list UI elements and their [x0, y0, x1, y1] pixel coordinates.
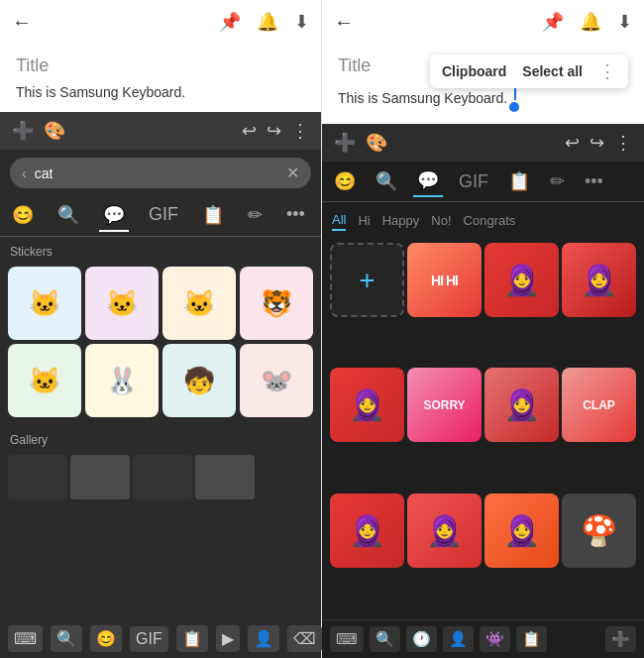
search-icon-left: ‹ [22, 165, 27, 181]
clear-search-icon[interactable]: ✕ [286, 164, 299, 182]
palette-icon-left[interactable]: 🎨 [44, 120, 65, 142]
bitmoji-r3-1[interactable]: 🧕 [330, 494, 404, 568]
undo-icon-left[interactable]: ↩ [242, 120, 257, 142]
redo-icon-right[interactable]: ↪ [590, 132, 604, 154]
add-icon-left[interactable]: ➕ [12, 120, 34, 142]
tab-gif-left[interactable]: GIF [145, 200, 182, 232]
gallery-thumb-1[interactable] [8, 455, 67, 499]
right-kb-tabs: 😊 🔍 💬 GIF 📋 ✏ ••• [322, 162, 644, 202]
left-kb-search[interactable]: ‹ ✕ [10, 158, 311, 188]
rtab-clipboard[interactable]: 📋 [504, 166, 534, 196]
rtab-emoji[interactable]: 😊 [330, 166, 360, 196]
bitmoji-clap[interactable]: CLAP [562, 368, 636, 442]
bottom-key-clip[interactable]: 📋 [176, 625, 208, 652]
more-icon-right[interactable]: ⋮ [614, 132, 632, 154]
filter-congrats[interactable]: Congrats [464, 211, 516, 230]
bell-icon-left[interactable]: 🔔 [257, 11, 278, 33]
gallery-section: Gallery [0, 425, 321, 503]
undo-icon-right[interactable]: ↩ [565, 132, 580, 154]
bitmoji-r3-3-img: 🧕 [484, 494, 559, 568]
bottom-key-play[interactable]: ▶ [216, 625, 240, 652]
download-icon-right[interactable]: ⬇ [617, 11, 632, 33]
rb-add[interactable]: ➕ [605, 626, 636, 652]
add-plus-icon: + [359, 265, 375, 296]
sticker-1[interactable]: 🐱 [8, 267, 81, 340]
context-menu-area: This is Samsung Keyboard. Clipboard Sele… [338, 84, 628, 112]
bitmoji-r3-2[interactable]: 🧕 [407, 494, 482, 568]
sticker-2[interactable]: 🐱 [85, 267, 159, 340]
clipboard-button[interactable]: Clipboard [442, 63, 506, 79]
bitmoji-hijab2[interactable]: 🧕 [562, 243, 636, 317]
bitmoji-r3-3[interactable]: 🧕 [484, 494, 559, 568]
tab-search-left[interactable]: 🔍 [54, 200, 83, 232]
bottom-key-backspace[interactable]: ⌫ [287, 625, 322, 652]
redo-icon-left[interactable]: ↪ [267, 120, 281, 142]
rb-clock[interactable]: 🕐 [406, 626, 437, 652]
filter-all[interactable]: All [332, 210, 346, 231]
left-bottom-bar: ⌨ 🔍 😊 GIF 📋 ▶ 👤 ⌫ [0, 619, 321, 658]
sticker-8[interactable]: 🐭 [240, 344, 313, 417]
tab-more-left[interactable]: ••• [282, 200, 309, 232]
bitmoji-hi[interactable]: HI HI [407, 243, 482, 317]
bitmoji-r3-1-img: 🧕 [330, 494, 404, 568]
bottom-key-keyboard[interactable]: ⌨ [8, 625, 43, 652]
tab-text-left[interactable]: ✏ [244, 200, 267, 232]
gallery-thumb-2[interactable] [70, 455, 130, 499]
rtab-search[interactable]: 🔍 [372, 166, 401, 196]
add-bitmoji-button[interactable]: + [330, 243, 404, 317]
bitmoji-hijab1[interactable]: 🧕 [484, 243, 559, 317]
right-back-button[interactable]: ← [334, 11, 354, 34]
gallery-thumb-3[interactable] [133, 455, 192, 499]
search-input-left[interactable] [35, 165, 286, 181]
pin-icon-right[interactable]: 📌 [542, 11, 564, 33]
more-icon-left[interactable]: ⋮ [291, 120, 309, 142]
right-bottom-bar: ⌨ 🔍 🕐 👤 👾 📋 ➕ [322, 619, 644, 658]
stickers-label: Stickers [0, 237, 321, 263]
filter-hi[interactable]: Hi [358, 211, 370, 230]
left-note-area: Title This is Samsung Keyboard. [0, 44, 321, 112]
gallery-thumb-4[interactable] [195, 455, 255, 499]
rtab-text[interactable]: ✏ [546, 166, 569, 196]
bitmoji-hijab2-img: 🧕 [562, 243, 636, 317]
rtab-sticker[interactable]: 💬 [413, 165, 443, 197]
tab-clipboard-left[interactable]: 📋 [198, 200, 228, 232]
bitmoji-sorry-img: SORRY [407, 368, 482, 442]
rb-alien[interactable]: 👾 [480, 626, 510, 652]
bitmoji-hijab3-img: 🧕 [330, 368, 404, 442]
rb-search[interactable]: 🔍 [370, 626, 400, 652]
pin-icon-left[interactable]: 📌 [219, 11, 241, 33]
right-note-body: This is Samsung Keyboard. [338, 84, 519, 112]
filter-happy[interactable]: Happy [382, 211, 420, 230]
rtab-more[interactable]: ••• [581, 167, 607, 196]
rb-clipboard[interactable]: 📋 [516, 626, 547, 652]
sticker-7[interactable]: 🧒 [162, 344, 236, 417]
add-icon-right[interactable]: ➕ [334, 132, 356, 154]
palette-icon-right[interactable]: 🎨 [366, 132, 387, 154]
download-icon-left[interactable]: ⬇ [294, 11, 309, 33]
bitmoji-r3-4-img: 🍄 [562, 494, 636, 568]
rtab-gif[interactable]: GIF [455, 167, 492, 196]
text-cursor [510, 84, 519, 112]
sticker-4[interactable]: 🐯 [240, 267, 313, 340]
rb-keyboard[interactable]: ⌨ [330, 626, 364, 652]
more-options-button[interactable]: ⋮ [598, 60, 616, 82]
bottom-key-gif[interactable]: GIF [130, 626, 168, 652]
sticker-3[interactable]: 🐱 [162, 267, 236, 340]
bitmoji-hijab3[interactable]: 🧕 [330, 368, 404, 442]
select-all-button[interactable]: Select all [522, 63, 583, 79]
bitmoji-hijab4[interactable]: 🧕 [484, 368, 559, 442]
bottom-key-search2[interactable]: 🔍 [51, 625, 82, 652]
sticker-6[interactable]: 🐰 [85, 344, 159, 417]
left-header: ← 📌 🔔 ⬇ [0, 0, 321, 44]
bitmoji-r3-4[interactable]: 🍄 [562, 494, 636, 568]
sticker-5[interactable]: 🐱 [8, 344, 81, 417]
left-back-button[interactable]: ← [12, 11, 32, 34]
filter-no[interactable]: No! [431, 211, 451, 230]
bitmoji-sorry[interactable]: SORRY [407, 368, 482, 442]
rb-user[interactable]: 👤 [443, 626, 474, 652]
bottom-key-emoji[interactable]: 😊 [90, 625, 122, 652]
tab-emoji-left[interactable]: 😊 [8, 200, 38, 232]
tab-sticker-left[interactable]: 💬 [99, 200, 129, 232]
bottom-key-user[interactable]: 👤 [248, 625, 279, 652]
bell-icon-right[interactable]: 🔔 [580, 11, 601, 33]
